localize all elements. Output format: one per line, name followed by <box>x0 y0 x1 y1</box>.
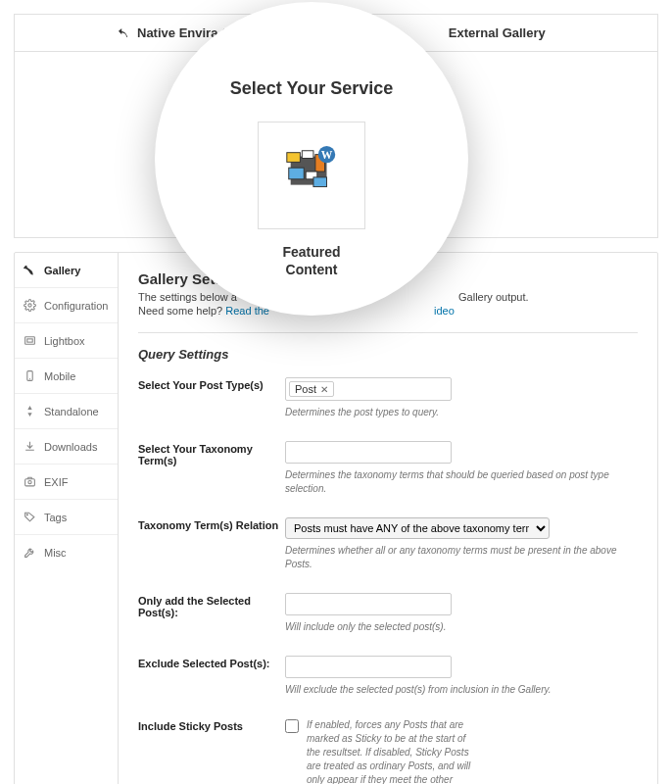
only-posts-input[interactable] <box>285 593 452 615</box>
leaf-icon <box>24 264 36 276</box>
only-posts-label: Only add the Selected Post(s): <box>138 593 285 634</box>
sidebar-item-gallery[interactable]: Gallery <box>15 253 118 288</box>
field-sticky: Include Sticky Posts If enabled, forces … <box>138 718 638 784</box>
sidebar-item-exif[interactable]: EXIF <box>15 465 118 500</box>
taxonomy-label: Select Your Taxonomy Term(s) <box>138 441 285 496</box>
sidebar-item-misc[interactable]: Misc <box>15 535 118 569</box>
sidebar-item-mobile[interactable]: Mobile <box>15 359 118 394</box>
taxonomy-hint: Determines the taxonomy terms that shoul… <box>285 468 638 496</box>
post-type-input[interactable]: Post ✕ <box>285 377 452 401</box>
svg-text:W: W <box>321 149 333 162</box>
svg-point-6 <box>28 480 31 483</box>
sidebar-label: Downloads <box>44 441 97 453</box>
sticky-label: Include Sticky Posts <box>138 718 285 784</box>
wrench-icon <box>24 546 36 559</box>
sidebar-label: Tags <box>44 512 67 523</box>
sidebar-label: Lightbox <box>44 335 85 347</box>
only-posts-hint: Will include only the selected post(s). <box>285 620 638 634</box>
sidebar-label: Standalone <box>44 406 99 417</box>
svg-rect-2 <box>27 339 32 342</box>
settings-content: Gallery Setti The settings below a xxxxx… <box>119 253 657 784</box>
tag-icon <box>24 511 36 523</box>
lightbox-icon <box>24 334 36 347</box>
exclude-posts-hint: Will exclude the selected post(s) from i… <box>285 683 638 697</box>
service-selector-zoom: Select Your Service W Featured Content <box>155 2 468 316</box>
sidebar-label: Mobile <box>44 370 75 382</box>
sidebar-item-tags[interactable]: Tags <box>15 500 118 535</box>
sidebar-item-lightbox[interactable]: Lightbox <box>15 323 118 359</box>
field-relation: Taxonomy Term(s) Relation Posts must hav… <box>138 517 638 571</box>
svg-rect-9 <box>287 153 301 163</box>
svg-rect-1 <box>25 337 35 345</box>
download-icon <box>24 440 36 453</box>
relation-label: Taxonomy Term(s) Relation <box>138 517 285 571</box>
post-type-chip: Post ✕ <box>289 381 334 397</box>
svg-rect-14 <box>313 177 327 187</box>
sidebar-label: Configuration <box>44 300 108 312</box>
sidebar-label: Misc <box>44 547 67 559</box>
tab-external-label: External Gallery <box>449 25 546 40</box>
post-type-hint: Determines the post types to query. <box>285 406 638 419</box>
leaf-icon <box>119 26 129 37</box>
exclude-posts-label: Exclude Selected Post(s): <box>138 656 285 697</box>
mobile-icon <box>24 369 36 382</box>
select-service-heading: Select Your Service <box>230 78 393 99</box>
field-taxonomy: Select Your Taxonomy Term(s) Determines … <box>138 441 638 496</box>
divider <box>138 332 638 333</box>
featured-content-card[interactable]: W <box>258 122 365 229</box>
settings-sidebar: Gallery Configuration Lightbox Mobile St… <box>15 253 119 784</box>
sticky-checkbox[interactable] <box>285 719 299 733</box>
exclude-posts-input[interactable] <box>285 656 452 678</box>
field-exclude-posts: Exclude Selected Post(s): Will exclude t… <box>138 656 638 697</box>
standalone-icon <box>24 405 36 417</box>
featured-content-icon: W <box>281 143 342 208</box>
post-type-label: Select Your Post Type(s) <box>138 377 285 419</box>
camera-icon <box>24 475 36 488</box>
sidebar-item-configuration[interactable]: Configuration <box>15 288 118 323</box>
field-post-type: Select Your Post Type(s) Post ✕ Determin… <box>138 377 638 419</box>
taxonomy-input[interactable] <box>285 441 452 464</box>
svg-rect-12 <box>289 168 305 179</box>
sticky-hint: If enabled, forces any Posts that are ma… <box>307 718 473 784</box>
relation-select[interactable]: Posts must have ANY of the above taxonom… <box>285 517 550 539</box>
gear-icon <box>24 299 36 312</box>
svg-rect-10 <box>302 151 313 159</box>
remove-chip-icon[interactable]: ✕ <box>320 384 328 395</box>
relation-hint: Determines whether all or any taxonomy t… <box>285 544 638 571</box>
field-only-posts: Only add the Selected Post(s): Will incl… <box>138 593 638 634</box>
gallery-settings-help: Need some help? Read the xxxxxxxxxxxxxxx… <box>138 305 638 317</box>
svg-rect-5 <box>25 479 35 486</box>
sidebar-label: EXIF <box>44 476 68 488</box>
query-settings-heading: Query Settings <box>138 347 638 362</box>
featured-content-label: Featured Content <box>282 243 340 278</box>
svg-point-0 <box>28 304 31 307</box>
sidebar-item-downloads[interactable]: Downloads <box>15 429 118 465</box>
svg-point-7 <box>26 514 27 515</box>
sidebar-label: Gallery <box>44 265 80 276</box>
sidebar-item-standalone[interactable]: Standalone <box>15 394 118 429</box>
settings-panel: Gallery Configuration Lightbox Mobile St… <box>14 252 658 784</box>
